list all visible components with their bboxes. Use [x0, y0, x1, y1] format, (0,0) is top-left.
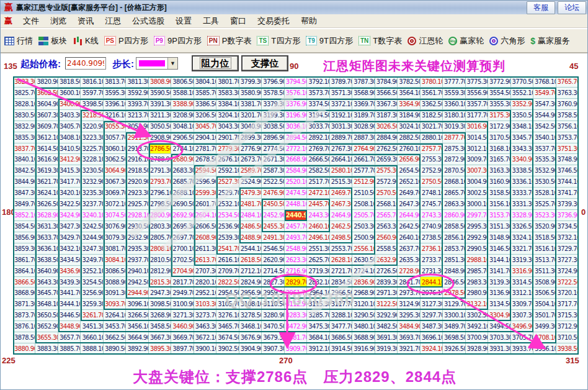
menu-item-8[interactable]: 交易委托 [252, 15, 295, 27]
matrix-cell: 2522.50 [262, 176, 284, 188]
matrix-cell: 2460.10 [307, 221, 329, 232]
matrix-cell: 2892.10 [307, 132, 329, 143]
matrix-cell: 2462.50 [330, 221, 352, 232]
step-color-dropdown[interactable]: ▼ [136, 57, 178, 70]
matrix-cell: 3866.50 [13, 277, 35, 288]
resistance-button[interactable]: 阻力位 [192, 55, 239, 71]
matrix-cell: 3561.70 [421, 88, 443, 99]
step-color-swatch [139, 60, 165, 66]
toolbar-item-K线[interactable]: K线 [73, 35, 99, 47]
matrix-cell: 3710.50 [556, 332, 579, 343]
matrix-cell: 3782.50 [398, 76, 420, 88]
matrix-cell: 3429.70 [58, 232, 81, 243]
matrix-cell: 3028.90 [352, 121, 375, 132]
matrix-cell: 2611.30 [194, 243, 216, 255]
menu-item-3[interactable]: 江恩 [99, 15, 127, 27]
menu-item-7[interactable]: 窗口 [225, 15, 252, 27]
customer-service-button[interactable]: 客服 [527, 1, 555, 14]
matrix-cell: 2712.10 [239, 266, 262, 277]
toolbar-item-板块[interactable]: 板块 [38, 35, 67, 47]
quotes-table-icon [4, 37, 14, 45]
matrix-cell: 2944.90 [126, 288, 148, 299]
angle-label-315: 315 [566, 356, 579, 365]
matrix-cell: 2572.90 [375, 176, 398, 188]
menu-item-4[interactable]: 公式选股 [127, 15, 170, 27]
matrix-cell: 3626.50 [35, 199, 58, 210]
matrix-cell: 2913.70 [126, 143, 148, 155]
matrix-cell: 2654.50 [398, 165, 420, 176]
matrix-cell: 3004.90 [466, 176, 488, 188]
toolbar-item-赢家轮[interactable]: Big赢家轮 [448, 35, 484, 47]
matrix-cell: 2524.90 [239, 176, 262, 188]
matrix-cell: 3384.10 [216, 99, 239, 110]
matrix-key-cell: 2844.10 [421, 277, 443, 288]
toolbar-item-9T四方形[interactable]: T99T四方形 [306, 35, 353, 47]
support-button[interactable]: 支撑位 [241, 55, 288, 71]
matrix-cell: 3789.70 [330, 76, 352, 88]
matrix-cell: 2721.70 [330, 266, 352, 277]
menu-item-2[interactable]: 资讯 [72, 15, 99, 27]
matrix-cell: 2851.30 [443, 255, 465, 266]
matrix-cell: 3319.30 [511, 255, 533, 266]
start-price-input[interactable] [65, 57, 106, 70]
matrix-cell: 3748.90 [556, 154, 579, 165]
matrix-cell: 2563.30 [375, 221, 398, 232]
menu-item-5[interactable]: 设置 [170, 15, 197, 27]
matrix-cell: 2877.70 [443, 132, 465, 143]
matrix-cell: 3861.70 [13, 255, 35, 266]
matrix-cell: 2776.90 [239, 143, 262, 155]
matrix-cell: 3760.90 [556, 99, 579, 110]
matrix-cell: 3547.30 [533, 99, 556, 110]
toolbar-item-P数字表[interactable]: PNP数字表 [207, 35, 252, 47]
matrix-cell: 3156.10 [488, 199, 510, 210]
matrix-cell: 2980.90 [466, 288, 488, 299]
matrix-cell: 3100.90 [171, 299, 194, 310]
matrix-cell: 2728.90 [398, 266, 420, 277]
matrix-cell: 3772.90 [488, 76, 510, 88]
toolbar-item-9P四方形[interactable]: P99P四方形 [154, 35, 202, 47]
menu-item-9[interactable]: 帮助 [295, 15, 323, 27]
forum-button[interactable]: 论坛 [558, 1, 586, 14]
matrix-cell: 3374.50 [307, 99, 329, 110]
matrix-cell: 2616.10 [216, 255, 239, 266]
toolbar-item-六角形[interactable]: 六角形 [489, 35, 525, 47]
matrix-cell: 3103.30 [194, 299, 216, 310]
gann-price-square: 3823.303820.903818.503816.103813.703811.… [13, 76, 579, 355]
kline-candles-icon [73, 37, 82, 45]
toolbar-item-T数字表[interactable]: TNT数字表 [359, 35, 402, 47]
menu-item-1[interactable]: 浏览 [45, 15, 72, 27]
matrix-cell: 2767.30 [330, 143, 352, 155]
matrix-cell: 3799.30 [239, 76, 262, 88]
matrix-cell: 2450.50 [262, 199, 284, 210]
toolbar-item-赢家服务[interactable]: $赢家服务 [530, 35, 570, 47]
menu-item-0[interactable]: 文件 [17, 15, 45, 27]
matrix-cell: 3840.10 [13, 154, 35, 165]
toolbar-item-江恩轮[interactable]: 江恩轮 [408, 35, 443, 47]
chevron-down-icon[interactable]: ▼ [167, 58, 177, 69]
matrix-cell: 2798.50 [149, 199, 171, 210]
matrix-cell: 3196.90 [285, 110, 307, 121]
matrix-cell: 3364.90 [398, 99, 420, 110]
matrix-cell: 3777.70 [443, 76, 465, 88]
matrix-cell: 3088.90 [104, 277, 126, 288]
toolbar-item-T四方形[interactable]: TST四方形 [257, 35, 300, 47]
matrix-cell: 3933.70 [511, 343, 533, 355]
matrix-cell: 2911.30 [126, 132, 148, 143]
matrix-cell: 3686.50 [330, 332, 352, 343]
matrix-cell: 2512.90 [352, 176, 375, 188]
matrix-cell: 2800.90 [149, 210, 171, 221]
matrix-cell: 3900.10 [194, 343, 216, 355]
menu-item-6[interactable]: 工具 [197, 15, 225, 27]
toolbar-item-行情[interactable]: 行情 [4, 35, 33, 47]
matrix-cell: 2971.30 [375, 288, 398, 299]
matrix-cell: 3009.70 [466, 154, 488, 165]
matrix-cell: 3684.10 [307, 332, 329, 343]
matrix-cell: 2584.90 [285, 165, 307, 176]
matrix-cell: 3093.70 [104, 299, 126, 310]
matrix-cell: 2959.30 [262, 288, 284, 299]
matrix-cell: 3816.10 [81, 76, 103, 88]
matrix-cell: 3400.90 [58, 99, 81, 110]
toolbar-item-P四方形[interactable]: PSP四方形 [104, 35, 148, 47]
matrix-cell: 2472.10 [307, 188, 329, 199]
matrix-cell: 2673.70 [239, 154, 262, 165]
